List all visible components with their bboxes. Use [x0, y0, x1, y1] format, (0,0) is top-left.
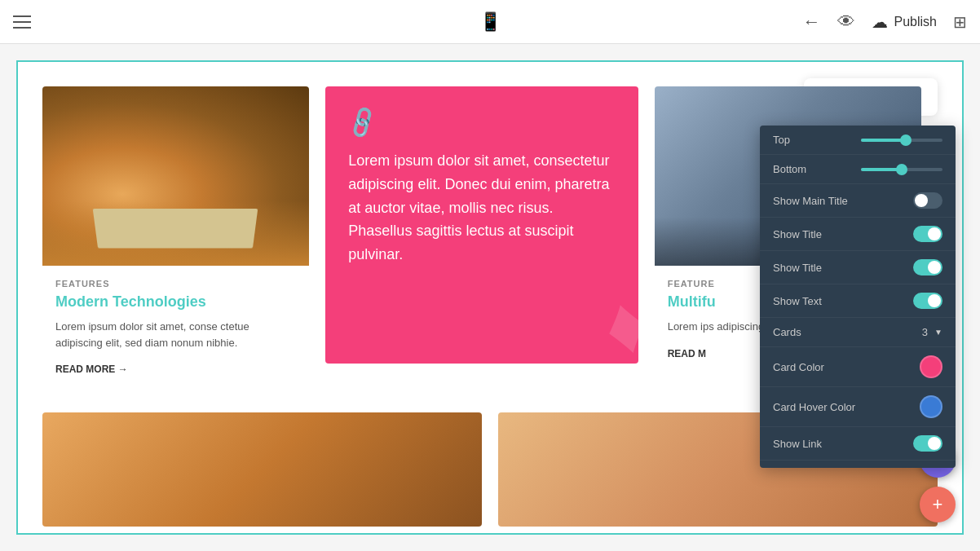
top-slider-row: Top	[760, 126, 956, 155]
bottom-slider-thumb[interactable]	[896, 164, 907, 175]
card-hover-color-label: Card Hover Color	[773, 401, 855, 413]
add-plus-icon: +	[933, 494, 943, 515]
card-pink-text: Lorem ipsum dolor sit amet, consectetur …	[348, 149, 615, 267]
card-color-row: Card Color	[760, 347, 956, 387]
fab-add-button[interactable]: +	[920, 487, 956, 522]
show-title-2-row: Show Title	[760, 251, 956, 284]
show-title-2-thumb	[928, 261, 941, 274]
back-icon[interactable]: ←	[803, 11, 821, 33]
card-color-label: Card Color	[773, 361, 824, 373]
second-card-1	[42, 412, 482, 527]
card-1-image	[42, 86, 309, 266]
top-slider-fill	[861, 139, 906, 142]
show-title-1-row: Show Title	[760, 218, 956, 251]
card-1-body: FEATURES Modern Technologies Lorem ipsum…	[42, 266, 309, 388]
show-text-row: Show Text	[760, 284, 956, 318]
card-color-swatch[interactable]	[920, 355, 942, 378]
background-image-row[interactable]: Background Image	[760, 461, 956, 468]
card-1-title: Modern Technologies	[55, 293, 296, 311]
show-main-title-label: Show Main Title	[773, 195, 848, 207]
show-link-row: Show Link	[760, 427, 956, 461]
show-main-title-thumb	[915, 194, 928, 207]
cards-label: Cards	[773, 326, 801, 338]
top-slider[interactable]	[861, 139, 942, 142]
show-link-toggle[interactable]	[913, 435, 942, 452]
settings-panel: Top Bottom Show Main Title	[760, 126, 956, 468]
show-text-label: Show Text	[773, 295, 822, 307]
card-1-link[interactable]: READ MORE →	[55, 364, 296, 375]
panel-scroll[interactable]: Top Bottom Show Main Title	[760, 126, 956, 468]
laptop-screen	[93, 209, 258, 248]
show-link-label: Show Link	[773, 438, 822, 450]
top-slider-thumb[interactable]	[900, 134, 912, 146]
publish-label: Publish	[894, 15, 937, 29]
bottom-label: Bottom	[773, 163, 806, 175]
cards-select[interactable]: 3 ▼	[922, 326, 942, 338]
top-label: Top	[773, 134, 790, 146]
toolbar-left	[13, 15, 31, 29]
show-title-1-label: Show Title	[773, 228, 822, 240]
card-1: FEATURES Modern Technologies Lorem ipsum…	[42, 86, 309, 388]
mobile-preview-icon[interactable]: 📱	[479, 11, 501, 32]
show-text-toggle[interactable]	[913, 293, 942, 309]
show-title-2-label: Show Title	[773, 262, 822, 274]
show-main-title-row: Show Main Title	[760, 184, 956, 218]
show-link-thumb	[928, 437, 941, 450]
show-main-title-toggle[interactable]	[913, 192, 942, 209]
link-chain-icon: 🔗	[343, 104, 382, 141]
cards-value: 3	[922, 326, 928, 338]
show-title-1-toggle[interactable]	[913, 226, 942, 242]
show-text-thumb	[928, 294, 941, 307]
bottom-slider-row: Bottom	[760, 155, 956, 184]
cards-count-row: Cards 3 ▼	[760, 318, 956, 347]
card-hover-color-row: Card Hover Color	[760, 387, 956, 427]
card-hover-color-swatch[interactable]	[920, 395, 942, 418]
card-1-category: FEATURES	[55, 279, 296, 289]
main-area: ↑ ↓ ⚙ 🗑 FEATURES Modern Technologies Lor…	[0, 44, 980, 551]
show-title-2-toggle[interactable]	[913, 259, 942, 276]
card-1-text: Lorem ipsum dolor sit amet, conse ctetue…	[55, 319, 296, 350]
toolbar-center: 📱	[479, 11, 501, 33]
preview-eye-icon[interactable]: 👁	[837, 11, 855, 33]
bottom-slider[interactable]	[861, 168, 942, 171]
toolbar-right: ← 👁 ☁ Publish ⊞	[803, 11, 967, 33]
cards-dropdown-arrow: ▼	[934, 328, 942, 337]
toolbar: 📱 ← 👁 ☁ Publish ⊞	[0, 0, 980, 44]
card-pink: 🔗 Lorem ipsum dolor sit amet, consectetu…	[325, 86, 638, 364]
show-title-1-thumb	[928, 227, 941, 240]
hamburger-menu-icon[interactable]	[13, 15, 31, 29]
resize-icon[interactable]: ⊞	[953, 12, 967, 32]
watermark-diamond-icon: ♦	[594, 274, 638, 364]
publish-button[interactable]: ☁ Publish	[872, 12, 937, 32]
cloud-upload-icon: ☁	[872, 12, 888, 32]
